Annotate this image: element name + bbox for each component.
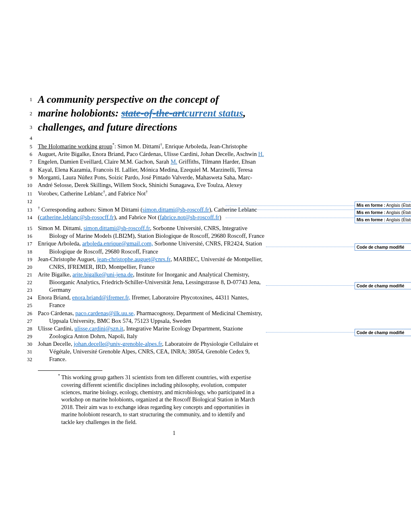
comment-text: Anglais (États-Unis) (385, 203, 411, 208)
field-code-comment-1[interactable]: Code de champ modifié (355, 243, 411, 251)
text: Germany (38, 286, 71, 294)
author-group: The Holomarine working group*: Simon M. … (38, 142, 274, 150)
text: ), and Fabrice Not ( (114, 214, 160, 220)
text: Bioorganic Analytics, Friedrich-Schiller… (38, 278, 261, 286)
affiliation: Enrique Arboleda, arboleda.enrique@gmail… (38, 240, 274, 247)
text: Ulisse Cardini, (38, 325, 75, 332)
email-link[interactable]: arboleda.enrique@gmail.com, (82, 240, 153, 247)
line-number: 10 (23, 182, 32, 189)
line-number: 8 (23, 167, 32, 173)
line-number: 32 (23, 356, 32, 363)
body-line: 21 Arite Bigalke, arite.bigalke@uni-jena… (23, 271, 274, 278)
line-30: 30 Johan Decelle, johan.decelle@univ-gre… (23, 340, 274, 348)
text: Sorbonne Université, CNRS, FR2424, Stati… (153, 240, 262, 247)
affiliation: Ulisse Cardini, ulisse.cardini@szn.it, I… (38, 325, 274, 332)
text: Pharmacognosy, Department of Medicinal C… (135, 310, 262, 316)
footnote-text: This working group gathers 31 scientists… (60, 374, 255, 425)
title-line-2: 2 marine holobionts: state-of-the-artcur… (23, 106, 274, 120)
line-number: 25 (23, 302, 32, 309)
line-number: 17 (23, 241, 32, 247)
title-line-1: 1 A community perspective on the concept… (23, 93, 274, 106)
comment-label: Code de champ modifié (357, 245, 404, 249)
comment-connector (226, 218, 355, 218)
line-number: 19 (23, 256, 32, 263)
affiliation: France (38, 301, 274, 309)
line-number: 16 (23, 233, 32, 239)
text: Uppsala University, BMC Box 574, 75123 U… (38, 317, 191, 325)
format-comment-3[interactable]: Mis en forme : Anglais (États-Unis) (355, 216, 411, 223)
line-number: 23 (23, 287, 32, 293)
line-number: 12 (23, 198, 32, 205)
working-group-name: The Holomarine working group (38, 143, 112, 150)
field-code-comment-3[interactable]: Code de champ modifié (355, 329, 411, 336)
body-line: 17 Enrique Arboleda, arboleda.enrique@gm… (23, 240, 274, 247)
email-link[interactable]: arite.bigalke@uni-jena.de (73, 271, 133, 278)
body-line: 31 Végétale, Université Grenoble Alpes, … (23, 348, 274, 355)
text: , Laboratoire de Physiologie Cellulaire … (162, 341, 258, 347)
body-line: 7 Engelen, Damien Eveillard, Claire M.M.… (23, 158, 274, 166)
affiliation: Germany (38, 286, 274, 294)
body-line: 22 Bioorganic Analytics, Friedrich-Schil… (23, 278, 274, 286)
email-link[interactable]: paco.cardenas@ilk.uu.se, (75, 310, 135, 316)
comment-pane-bg (274, 0, 411, 532)
email-link[interactable]: simon.dittami@sb-roscoff.fr (143, 206, 209, 213)
text: Végétale, Université Grenoble Alpes, CNR… (38, 348, 250, 355)
affiliation: Enora Briand, enora.briand@ifremer.fr, I… (38, 294, 274, 301)
field-code-comment-2[interactable]: Code de champ modifié (355, 282, 411, 289)
line-number: 6 (23, 151, 32, 158)
body-line: 29 Zoologica Anton Dohrn, Napoli, Italy (23, 332, 274, 340)
body-line: 27 Uppsala University, BMC Box 574, 7512… (23, 317, 274, 325)
body-line: 9 Morganti, Laura Núñez Pons, Soizic Par… (23, 174, 274, 181)
line-number: 20 (23, 264, 32, 270)
affiliation: Bioorganic Analytics, Friedrich-Schiller… (38, 278, 274, 286)
line-number: 15 (23, 225, 32, 232)
comment-connector (226, 206, 355, 206)
line-number: 27 (23, 318, 32, 324)
text: Auguet, Arite Bigalke, Enora Briand, Pac… (38, 150, 274, 158)
line-number: 21 (23, 272, 32, 278)
body-line: 4 (23, 134, 274, 142)
email-link[interactable]: simon.dittami@sb-roscoff.fr (83, 225, 150, 231)
text: Enrique Arboleda, (38, 240, 82, 247)
comment-connector (226, 210, 355, 210)
text: France. (38, 355, 66, 363)
comment-connector (266, 285, 355, 286)
line-number: 26 (23, 310, 32, 317)
title-fragment: marine holobionts: (38, 107, 121, 119)
affiliation: France. (38, 355, 274, 363)
format-comment-2[interactable]: Mis en forme : Anglais (États-Unis) (355, 209, 411, 216)
email-link[interactable]: enora.briand@ifremer.fr, (72, 294, 130, 301)
format-comment-1[interactable]: Mis en forme : Anglais (États-Unis) (355, 202, 411, 209)
text: Biology of Marine Models (LBI2M), Statio… (38, 232, 264, 240)
line-number: 14 (23, 214, 32, 221)
line-number: 1 (23, 96, 32, 103)
text: Griffiths, Tilmann Harder, Ehsan (177, 158, 256, 165)
comment-label: Code de champ modifié (357, 283, 404, 288)
inserted-text: current status (185, 107, 243, 119)
email-link[interactable]: ulisse.cardini@szn.it (75, 325, 123, 332)
line-number: 5 (23, 143, 32, 150)
affiliation: CNRS, IFREMER, IRD, Montpellier, France (38, 263, 274, 271)
email-link[interactable]: johan.decelle@univ-grenoble-alpes.fr (74, 341, 162, 347)
text: ) (219, 214, 221, 220)
body-line: 15 Simon M. Dittami, simon.dittami@sb-ro… (23, 224, 274, 232)
line-number: 3 (23, 124, 32, 131)
email-link[interactable]: jean-christophe.auguet@cnrs.fr (97, 256, 170, 262)
empty-line (38, 134, 274, 142)
line-number: 11 (23, 191, 32, 197)
body-line: 26 Paco Cárdenas, paco.cardenas@ilk.uu.s… (23, 310, 274, 317)
text: CNRS, IFREMER, IRD, Montpellier, France (38, 263, 155, 271)
email-link[interactable]: catherine.leblanc@sb-rosocff.fr (40, 214, 114, 220)
email-link[interactable]: fabrice.not@sb-roscoff.fr (160, 214, 220, 220)
text: Johan Decelle, (38, 341, 74, 347)
line-number: 24 (23, 295, 32, 301)
empty-line (38, 197, 274, 205)
body-line: 5 The Holomarine working group*: Simon M… (23, 142, 274, 150)
title-text: challenges, and future directions (38, 121, 274, 134)
affiliation: Simon M. Dittami, simon.dittami@sb-rosco… (38, 224, 274, 232)
title-text: marine holobionts: state-of-the-artcurre… (38, 106, 274, 120)
comment-label: Code de champ modifié (357, 330, 404, 335)
body-line: 23 Germany (23, 286, 274, 294)
text: Zoologica Anton Dohrn, Napoli, Italy (38, 332, 137, 340)
affiliation: Biologique de Roscoff, 29680 Roscoff, Fr… (38, 248, 274, 256)
